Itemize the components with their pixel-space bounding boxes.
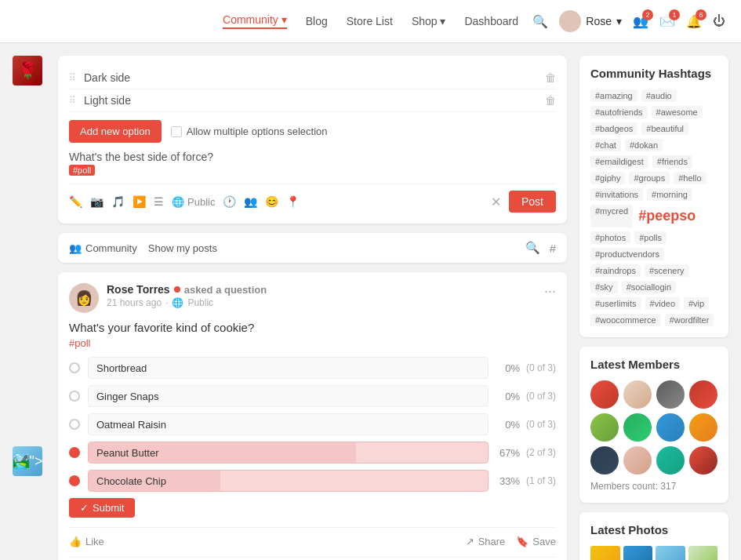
option-bar-oatmeal-raisin: Oatmeal Raisin [88,413,489,435]
poll-options: Shortbread 0% (0 of 3) Ginger Snaps 0% [69,357,556,492]
save-button[interactable]: 🔖 Save [516,536,556,547]
member-avatar-12[interactable] [689,446,717,475]
hashtag-emaildigest[interactable]: #emaildigest [590,155,648,168]
member-avatar-4[interactable] [689,380,717,409]
music-icon[interactable]: 🎵 [111,195,125,208]
image-icon[interactable]: 📷 [90,195,104,208]
photo-thumb-1[interactable] [590,546,620,560]
delete-option-2[interactable]: 🗑 [545,94,556,107]
option-pct-peanut-butter: 67% [496,447,520,459]
member-avatar-10[interactable] [623,446,652,475]
search-icon[interactable]: 🔍 [532,14,548,29]
hashtag-audio[interactable]: #audio [641,89,677,102]
hashtag-badgeos[interactable]: #badgeos [590,122,637,135]
share-button[interactable]: ↗ Share [466,536,506,547]
hashtag-raindrops[interactable]: #raindrops [590,264,641,277]
option-count-peanut-butter: (2 of 3) [526,447,556,458]
hashtag-chat[interactable]: #chat [590,139,621,151]
nav-store-list[interactable]: Store List [347,15,393,27]
drag-handle-1[interactable]: ⠿ [69,72,76,83]
nav-blog[interactable]: Blog [306,15,328,27]
hashtag-woocommerce[interactable]: #woocommerce [590,314,661,326]
hashtag-wordfilter[interactable]: #wordfilter [665,314,714,326]
member-avatar-9[interactable] [590,446,619,475]
hashtag-peepso-featured[interactable]: #peepso [637,205,697,227]
hashtag-photos[interactable]: #photos [590,231,630,244]
emoji-icon[interactable]: 😊 [265,195,278,208]
hashtag-scenery[interactable]: #scenery [645,264,689,277]
latest-members-widget: Latest Members Members count: 317 [579,347,728,503]
member-avatar-5[interactable] [590,413,619,442]
show-my-posts-link[interactable]: Show my posts [148,242,217,254]
visibility-selector[interactable]: 🌐 Public [172,196,215,208]
user-menu[interactable]: Rose ▾ [559,10,622,32]
hashtag-giphy[interactable]: #giphy [590,172,625,184]
hashtag-hello[interactable]: #hello [674,172,706,184]
nav-dashboard[interactable]: Dashboard [464,15,518,27]
hashtag-userlimits[interactable]: #userlimits [590,297,641,310]
users-toolbar-icon[interactable]: 👥 [244,195,257,208]
radio-oatmeal-raisin[interactable] [69,419,80,430]
power-icon[interactable]: ⏻ [713,14,725,28]
hashtag-vip[interactable]: #vip [684,297,709,310]
hashtag-friends[interactable]: #friends [652,155,692,168]
hashtag-autofriends[interactable]: #autofriends [590,106,648,118]
hashtag-beautiful[interactable]: #beautiful [641,122,688,135]
hashtag-sky[interactable]: #sky [590,281,618,293]
messages-icon[interactable]: ✉️ 1 [659,14,675,29]
allow-multiple-label: Allow multiple options selection [187,125,328,137]
option-label-light-side: Light side [84,94,537,107]
radio-ginger-snaps[interactable] [69,391,80,402]
video-icon[interactable]: ▶️ [133,195,146,208]
member-avatar-7[interactable] [656,413,685,442]
list-icon[interactable]: ☰ [154,195,164,208]
hashtag-invitations[interactable]: #invitations [590,188,643,201]
drag-handle-2[interactable]: ⠿ [69,95,76,106]
nav-right: 🔍 Rose ▾ 👥 2 ✉️ 1 🔔 6 ⏻ [532,10,725,32]
hashtag-mycred[interactable]: #mycred [590,205,633,227]
photo-thumb-3[interactable] [656,546,685,560]
close-editor-button[interactable]: ✕ [491,195,501,209]
clock-icon[interactable]: 🕐 [223,195,236,208]
member-avatar-6[interactable] [623,413,652,442]
notifications-icon[interactable]: 🔔 6 [686,14,702,29]
radio-shortbread[interactable] [69,362,80,373]
photo-thumb-2[interactable] [623,546,653,560]
delete-option-1[interactable]: 🗑 [545,71,556,84]
hashtag-dokan[interactable]: #dokan [625,139,663,151]
location-icon[interactable]: 📍 [286,195,300,208]
hashtag-morning[interactable]: #morning [647,188,692,201]
member-avatar-8[interactable] [689,413,717,442]
hashtag-sociallogin[interactable]: #sociallogin [622,281,676,293]
allow-multiple-checkbox[interactable] [171,126,182,137]
hashtag-video[interactable]: #video [645,297,680,310]
hashtag-amazing[interactable]: #amazing [590,89,637,102]
hashtag-bar-icon[interactable]: # [550,242,556,255]
radio-peanut-butter[interactable] [69,447,80,458]
post-menu-button[interactable]: ··· [544,283,556,300]
edit-icon[interactable]: ✏️ [69,195,82,208]
submit-poll-button[interactable]: ✓ Submit [69,498,135,518]
photo-thumb-4[interactable] [688,546,718,560]
option-count-oatmeal-raisin: (0 of 3) [526,419,556,430]
hashtag-awesome[interactable]: #awesome [652,106,703,118]
option-bar-ginger-snaps: Ginger Snaps [88,385,489,407]
member-avatar-3[interactable] [656,380,685,409]
nav-shop[interactable]: Shop ▾ [412,15,446,27]
search-bar-icon[interactable]: 🔍 [525,241,540,255]
member-avatar-1[interactable] [590,380,619,409]
hashtag-groups[interactable]: #groups [629,172,670,184]
option-light-side: ⠿ Light side 🗑 [69,89,556,112]
post-button[interactable]: Post [509,191,556,213]
member-avatar-2[interactable] [623,380,652,409]
member-avatar-11[interactable] [656,446,685,475]
users-icon[interactable]: 👥 2 [633,14,648,29]
hashtag-productvendors[interactable]: #productvendors [590,248,664,260]
radio-chocolate-chip[interactable] [69,475,80,486]
poll-option-peanut-butter: Peanut Butter 67% (2 of 3) [69,442,556,464]
like-button[interactable]: 👍 Like [69,536,104,547]
community-link[interactable]: 👥 Community [69,242,137,254]
nav-community[interactable]: Community ▾ [223,13,287,29]
add-option-button[interactable]: Add new option [69,120,162,143]
hashtag-polls[interactable]: #polls [634,231,667,244]
